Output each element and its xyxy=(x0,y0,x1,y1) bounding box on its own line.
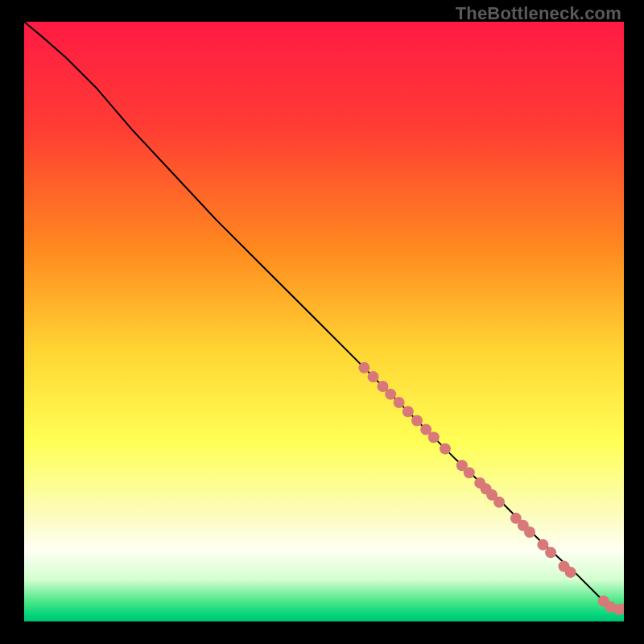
data-marker xyxy=(385,389,396,400)
data-marker xyxy=(440,443,451,454)
data-marker xyxy=(394,397,405,408)
plot-area xyxy=(24,22,624,621)
data-marker xyxy=(411,415,423,426)
data-marker xyxy=(402,406,414,417)
data-marker xyxy=(524,526,535,538)
data-marker xyxy=(565,567,576,578)
chart-svg xyxy=(24,22,624,621)
data-marker xyxy=(545,547,556,558)
watermark-text: TheBottleneck.com xyxy=(456,3,621,24)
data-marker xyxy=(428,431,440,443)
data-marker xyxy=(358,362,369,374)
data-marker xyxy=(493,497,505,508)
data-marker xyxy=(368,371,379,382)
data-marker xyxy=(464,467,475,478)
chart-frame: TheBottleneck.com xyxy=(0,0,644,644)
